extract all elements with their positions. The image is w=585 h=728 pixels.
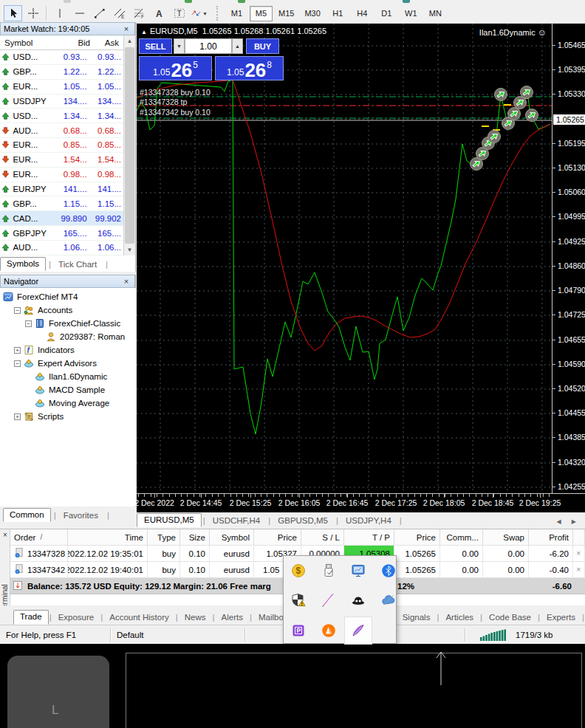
chart-tab-usdjpy-h4[interactable]: USDJPY,H4 (339, 515, 398, 527)
tool-cursor-button[interactable] (4, 5, 22, 21)
market-watch-row[interactable]: CAD...99.89099.902 (0, 211, 124, 226)
expand-icon[interactable]: + (14, 413, 21, 420)
navigator-item-indicators[interactable]: +fIndicators (0, 343, 136, 357)
collapse-icon[interactable]: − (25, 320, 32, 327)
clipboard-manager-icon[interactable]: P (284, 617, 312, 645)
close-order-button[interactable]: × (573, 546, 585, 561)
column-price[interactable]: Price (254, 529, 301, 545)
chart-tab-gbpusd-m5[interactable]: GBPUSD,M5 (271, 515, 335, 527)
navigator-item-scripts[interactable]: +Scripts (0, 410, 136, 423)
tool-fibonacci-button[interactable]: F (130, 5, 148, 21)
sell-price-display[interactable]: 1.05 26 5 (139, 56, 212, 80)
market-watch-row[interactable]: EUR...1.05...1.05... (0, 80, 124, 95)
volume-field[interactable]: 1.00 (185, 38, 232, 54)
chart-tab-eurusd-m5[interactable]: EURUSD,M5 (137, 513, 202, 527)
navigator-item-2029387-roman[interactable]: 2029387: Roman (0, 330, 136, 343)
buy-button[interactable]: BUY (246, 38, 279, 54)
column-symbol[interactable]: Symbol (0, 38, 58, 47)
chevron-down-icon[interactable]: ▼ (202, 11, 208, 16)
terminal-tab-experts[interactable]: Experts (541, 611, 581, 625)
terminal-tab-news[interactable]: News (179, 611, 212, 625)
cloud-offline-icon[interactable] (374, 586, 403, 614)
terminal-tab-code-base[interactable]: Code Base (483, 611, 537, 625)
security-shield-warning-icon[interactable] (284, 586, 312, 614)
collapse-icon[interactable]: − (14, 360, 21, 367)
navigator-item-forexchief-classic[interactable]: −ForexChief-Classic (0, 317, 136, 330)
market-watch-row[interactable]: GBP...1.22...1.22... (0, 65, 124, 80)
tool-horizontal-line-button[interactable] (70, 5, 89, 21)
terminal-tab-trade[interactable]: Trade (13, 610, 49, 625)
tab-favorites[interactable]: Favorites (58, 509, 104, 522)
tab-common[interactable]: Common (3, 508, 51, 522)
tool-vertical-line-button[interactable] (50, 5, 69, 21)
profile-name[interactable]: Default (111, 628, 245, 642)
navigator-item-forexchief-mt4[interactable]: ForexChief MT4 (0, 290, 136, 303)
volume-increase-icon[interactable]: ▲ (232, 38, 243, 54)
tool-trendline-button[interactable] (90, 5, 109, 21)
column-time[interactable]: Time (68, 529, 148, 545)
timeframe-h1-button[interactable]: H1 (326, 6, 349, 21)
market-watch-row[interactable]: AUD...0.68...0.68... (0, 123, 124, 138)
overlay-key[interactable]: L (7, 656, 109, 728)
timeframe-m15-button[interactable]: M15 (274, 6, 298, 21)
usb-device-icon[interactable] (315, 557, 343, 585)
terminal-tab-articles[interactable]: Articles (439, 611, 479, 625)
sell-button[interactable]: SELL (139, 38, 172, 54)
close-icon[interactable]: × (0, 531, 10, 539)
column-symbol[interactable]: Symbol (210, 529, 254, 545)
expand-icon[interactable]: + (14, 347, 21, 354)
terminal-tab-alerts[interactable]: Alerts (216, 611, 249, 625)
volume-decrease-icon[interactable]: ▼ (174, 38, 185, 54)
market-watch-row[interactable]: GBP...1.15...1.15... (0, 196, 124, 211)
timeframe-m1-button[interactable]: M1 (225, 6, 248, 21)
timeframe-m5-button[interactable]: M5 (250, 6, 273, 21)
market-watch-row[interactable]: AUD...1.06...1.06... (0, 241, 124, 255)
scrollbar-thumb[interactable] (125, 47, 134, 244)
price-axis[interactable]: 1.054651.053951.053301.052651.051951.051… (552, 24, 585, 493)
up-arrow-icon[interactable] (434, 650, 448, 687)
navigator-item-accounts[interactable]: −Accounts (0, 303, 136, 317)
column-comm-[interactable]: Comm... (440, 529, 483, 545)
collapse-icon[interactable]: − (14, 307, 21, 314)
tool-crosshair-button[interactable] (24, 5, 42, 21)
column-t-p[interactable]: T / P (344, 529, 394, 545)
close-order-button[interactable]: × (573, 562, 585, 577)
feather-tool-icon[interactable] (344, 617, 372, 645)
close-icon[interactable]: × (121, 277, 131, 286)
chart-expand-icon[interactable]: ▲ (141, 29, 147, 35)
market-watch-row[interactable]: EURJPY141....141.... (0, 182, 124, 197)
market-watch-row[interactable]: EUR...0.85...0.85... (0, 138, 124, 153)
tool-equidistant-channel-button[interactable]: E (110, 5, 129, 21)
column-s-l[interactable]: S / L (301, 529, 344, 545)
column-profit[interactable]: Profit (529, 529, 573, 545)
tool-text-label-button[interactable]: T (170, 5, 188, 21)
market-watch-row[interactable]: USDJPY134....134.... (0, 95, 124, 109)
column-size[interactable]: Size (180, 529, 210, 545)
column-order[interactable]: Order/ (10, 529, 68, 545)
tab-tick-chart[interactable]: Tick Chart (52, 258, 103, 271)
scroll-up-icon[interactable]: ▲ (124, 35, 135, 47)
terminal-tab-exposure[interactable]: Exposure (52, 611, 100, 625)
column-price[interactable]: Price (394, 529, 440, 545)
stylus-pen-icon[interactable] (315, 586, 343, 614)
navigator-item-macd-sample[interactable]: MACD Sample (0, 383, 136, 396)
timeframe-w1-button[interactable]: W1 (400, 6, 422, 21)
scroll-down-icon[interactable]: ▼ (124, 244, 135, 255)
navigator-item-moving-average[interactable]: Moving Average (0, 396, 136, 410)
buy-price-display[interactable]: 1.05 26 8 (215, 56, 284, 80)
column-swap[interactable]: Swap (483, 529, 529, 545)
tab-symbols[interactable]: Symbols (0, 257, 46, 271)
timeframe-m30-button[interactable]: M30 (300, 6, 324, 21)
currency-dollar-icon[interactable]: $ (284, 557, 312, 585)
bluetooth-icon[interactable] (374, 557, 403, 585)
chart-window[interactable]: ▲EURUSD,M5 1.05265 1.05268 1.05261 1.052… (137, 24, 585, 493)
market-watch-row[interactable]: EUR...0.98...0.98... (0, 168, 124, 182)
market-watch-row[interactable]: EUR...1.54...1.54... (0, 153, 124, 168)
market-watch-row[interactable]: USD...0.93...0.93... (0, 50, 124, 65)
timeframe-mn-button[interactable]: MN (424, 6, 447, 21)
toolbar-drag-handle[interactable] (216, 6, 220, 21)
column-type[interactable]: Type (148, 529, 180, 545)
time-axis[interactable]: 2 Dec 20222 Dec 14:452 Dec 15:252 Dec 16… (137, 493, 585, 512)
avast-antivirus-icon[interactable] (315, 617, 343, 645)
market-watch-scrollbar[interactable]: ▲ ▼ (123, 35, 135, 255)
